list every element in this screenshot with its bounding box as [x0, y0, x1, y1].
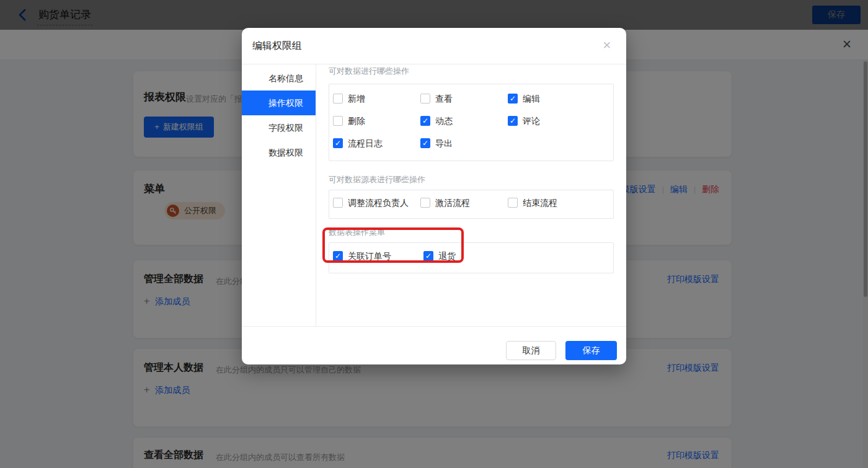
checkbox-item[interactable]: 查看 — [420, 94, 508, 116]
checkbox[interactable] — [333, 94, 343, 104]
checkbox-item[interactable]: 删除 — [333, 116, 420, 138]
modal-footer: 取消 保存 — [242, 326, 626, 364]
tab-operation-permission[interactable]: 操作权限 — [242, 91, 316, 115]
checkbox-item[interactable]: 激活流程 — [420, 198, 508, 218]
source-ops-checkbox-group: 调整流程负责人 激活流程 结束流程 — [329, 190, 614, 219]
checkbox[interactable] — [420, 138, 430, 148]
checkbox[interactable] — [333, 116, 343, 126]
checkbox-label: 调整流程负责人 — [348, 198, 409, 208]
modal-title: 编辑权限组 — [252, 28, 302, 64]
checkbox[interactable] — [420, 116, 430, 126]
checkbox-label: 新增 — [348, 94, 365, 104]
checkbox-label: 查看 — [435, 94, 453, 104]
checkbox-label: 编辑 — [523, 94, 540, 104]
save-button[interactable]: 保存 — [565, 341, 617, 360]
checkbox-label: 评论 — [523, 116, 540, 126]
modal-tab-content: 可对数据进行哪些操作 新增 查看 编辑 删除 动态 评论 流程日志 导出 可对数… — [316, 64, 626, 326]
checkbox-item[interactable]: 动态 — [420, 116, 508, 138]
checkbox-label: 激活流程 — [435, 198, 470, 208]
checkbox-label: 删除 — [348, 116, 365, 126]
checkbox-item[interactable]: 新增 — [333, 94, 420, 116]
table-menu-checkbox-group: 关联订单号 退货 — [329, 242, 614, 273]
checkbox-label: 导出 — [435, 138, 453, 149]
checkbox-item[interactable]: 编辑 — [508, 94, 595, 116]
tab-data-permission[interactable]: 数据权限 — [242, 140, 316, 165]
tab-field-permission[interactable]: 字段权限 — [242, 115, 316, 140]
checkbox[interactable] — [508, 116, 518, 126]
checkbox-item[interactable]: 关联订单号 — [333, 251, 423, 273]
checkbox-label: 动态 — [435, 116, 453, 126]
checkbox-label: 流程日志 — [348, 138, 383, 149]
data-ops-checkbox-group: 新增 查看 编辑 删除 动态 评论 流程日志 导出 — [329, 84, 614, 161]
edit-permission-group-modal: 编辑权限组 ✕ 名称信息 操作权限 字段权限 数据权限 可对数据进行哪些操作 新… — [242, 28, 626, 364]
checkbox-label: 退货 — [438, 251, 456, 262]
checkbox-label: 结束流程 — [523, 198, 557, 208]
checkbox[interactable] — [508, 94, 518, 104]
modal-close-icon[interactable]: ✕ — [603, 39, 611, 53]
checkbox-label: 关联订单号 — [348, 251, 391, 262]
checkbox-item[interactable]: 结束流程 — [508, 198, 595, 218]
checkbox-item[interactable]: 评论 — [508, 116, 595, 138]
checkbox-item[interactable]: 流程日志 — [333, 138, 420, 161]
checkbox[interactable] — [423, 251, 433, 261]
cancel-button[interactable]: 取消 — [506, 341, 556, 360]
checkbox[interactable] — [333, 251, 343, 261]
checkbox[interactable] — [420, 94, 430, 104]
section-label-table-menu: 数据表操作菜单 — [329, 228, 614, 237]
section-label-data-ops: 可对数据进行哪些操作 — [329, 67, 614, 76]
checkbox-item[interactable]: 导出 — [420, 138, 508, 161]
checkbox[interactable] — [508, 198, 518, 208]
checkbox[interactable] — [333, 138, 343, 148]
checkbox-item[interactable]: 退货 — [423, 251, 511, 273]
section-label-source-ops: 可对数据源表进行哪些操作 — [329, 175, 614, 184]
checkbox[interactable] — [420, 198, 430, 208]
checkbox-item[interactable]: 调整流程负责人 — [333, 198, 420, 218]
modal-tab-list: 名称信息 操作权限 字段权限 数据权限 — [242, 64, 316, 326]
checkbox[interactable] — [333, 198, 343, 208]
modal-body: 名称信息 操作权限 字段权限 数据权限 可对数据进行哪些操作 新增 查看 编辑 … — [242, 64, 626, 326]
tab-name-info[interactable]: 名称信息 — [242, 66, 316, 91]
